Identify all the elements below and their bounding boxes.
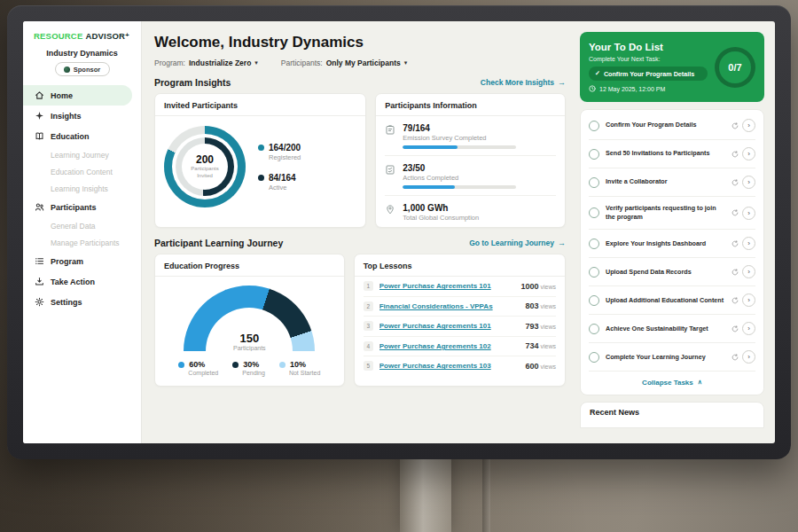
task-label: Send 50 Invitations to Participants <box>606 149 725 158</box>
task-chevron-button[interactable]: › <box>742 176 755 189</box>
program-filter[interactable]: Program: Industrialize Zero ▾ <box>154 59 258 67</box>
lesson-link[interactable]: Power Purchase Agreements 102 <box>379 342 520 350</box>
sidebar-item-participants[interactable]: Participants <box>23 197 141 217</box>
next-task-label: Confirm Your Program Details <box>604 70 694 78</box>
recent-news-title: Recent News <box>590 408 639 417</box>
sidebar-item-education[interactable]: Education <box>23 126 141 146</box>
check-more-insights-link[interactable]: Check More Insights → <box>481 78 566 87</box>
lesson-link[interactable]: Power Purchase Agreements 103 <box>379 362 520 370</box>
gauge-center: 150 Participants <box>184 332 315 351</box>
task-checkbox[interactable] <box>589 295 599 306</box>
task-label: Achieve One Sustainability Target <box>606 325 725 333</box>
task-row-confirm-program[interactable]: Confirm Your Program Details › <box>589 112 755 140</box>
task-row-upload-spend-data[interactable]: Upload Spend Data Records › <box>589 258 755 286</box>
gauge-legend: 60% Completed 30% Pending 10% Not Starte… <box>164 360 335 376</box>
refresh-icon <box>732 325 739 332</box>
task-label: Invite a Collaborator <box>606 177 725 186</box>
task-chevron-button[interactable]: › <box>742 293 755 307</box>
sidebar-item-settings[interactable]: Settings <box>23 292 141 312</box>
task-chevron-button[interactable]: › <box>742 265 755 278</box>
scene-background: RESOURCEADVISOR+ Industry Dynamics Spons… <box>0 0 798 532</box>
task-checkbox[interactable] <box>589 324 599 334</box>
sidebar-item-take-action[interactable]: Take Action <box>23 271 141 292</box>
participants-filter[interactable]: Participants: Only My Participants ▾ <box>281 59 407 67</box>
sidebar-item-general-data[interactable]: General Data <box>23 217 141 234</box>
sidebar-item-insights[interactable]: Insights <box>23 106 141 126</box>
task-chevron-button[interactable]: › <box>742 147 755 160</box>
task-checkbox[interactable] <box>589 267 599 278</box>
task-row-send-invitations[interactable]: Send 50 Invitations to Participants › <box>589 140 755 168</box>
legend-label: Pending <box>242 370 265 376</box>
lesson-link[interactable]: Power Purchase Agreements 101 <box>379 322 520 330</box>
recent-news-card[interactable]: Recent News <box>580 402 764 428</box>
task-checkbox[interactable] <box>589 177 599 188</box>
lesson-views: 793views <box>525 322 556 331</box>
org-name: Industry Dynamics <box>23 49 141 58</box>
sidebar-item-program[interactable]: Program <box>23 251 141 271</box>
task-row-invite-collaborator[interactable]: Invite a Collaborator › <box>589 168 755 197</box>
views-count: 600 <box>525 362 538 371</box>
task-row-verify-participants[interactable]: Verify participants requesting to join t… <box>589 197 755 230</box>
legend-value: 30% <box>243 360 259 369</box>
legend-dot-pending <box>232 362 239 368</box>
main-content: Welcome, Industry Dynamics Program: Indu… <box>142 21 576 443</box>
info-row-consumption: 1,000 GWh Total Global Consumption <box>385 203 556 222</box>
program-insights-cards: Invited Participants 200 Participants In… <box>154 93 566 228</box>
legend-label: Not Started <box>289 370 320 376</box>
collapse-tasks-link[interactable]: Collapse Tasks ∧ <box>589 372 755 392</box>
refresh-icon <box>732 209 739 216</box>
lesson-row: 5 Power Purchase Agreements 103 600views <box>364 356 556 376</box>
lesson-link[interactable]: Power Purchase Agreements 101 <box>379 282 515 290</box>
education-gauge-chart: 150 Participants <box>184 286 315 351</box>
sidebar-nav: Home Insights Education Learn <box>23 85 141 312</box>
next-task-chip[interactable]: ✓ Confirm Your Program Details <box>589 66 708 81</box>
task-row-upload-educational-content[interactable]: Upload Additional Educational Content › <box>589 286 755 315</box>
info-row-actions: 23/50 Actions Completed <box>385 163 556 189</box>
sidebar-item-learning-insights[interactable]: Learning Insights <box>23 180 141 197</box>
task-checkbox[interactable] <box>589 352 599 363</box>
participants-filter-value: Only My Participants <box>326 59 401 67</box>
todo-progress-count: 0/7 <box>719 51 751 83</box>
monitor-bezel: RESOURCEADVISOR+ Industry Dynamics Spons… <box>7 5 791 459</box>
sidebar-subitem-label: General Data <box>51 222 96 231</box>
sidebar-item-home[interactable]: Home <box>23 85 132 106</box>
learning-journey-cards: Education Progress 150 Participants <box>154 254 566 387</box>
lesson-rank: 3 <box>364 321 373 331</box>
task-chevron-button[interactable]: › <box>742 119 755 132</box>
task-row-explore-insights[interactable]: Explore Your Insights Dashboard › <box>589 230 755 258</box>
education-icon <box>34 131 44 141</box>
info-value: 1,000 GWh <box>403 203 479 213</box>
participants-icon <box>34 202 44 212</box>
divider <box>385 155 556 156</box>
task-chevron-button[interactable]: › <box>742 350 755 364</box>
task-row-achieve-sustainability-target[interactable]: Achieve One Sustainability Target › <box>589 315 755 343</box>
logo-plus: + <box>125 31 129 39</box>
task-checkbox[interactable] <box>589 149 599 160</box>
sidebar-item-education-content[interactable]: Education Content <box>23 163 141 180</box>
task-checkbox[interactable] <box>589 207 599 218</box>
task-label: Upload Spend Data Records <box>606 268 725 277</box>
card-title: Top Lessons <box>364 262 556 270</box>
task-row-complete-learning-journey[interactable]: Complete Your Learning Journey › <box>589 343 755 372</box>
sidebar-item-manage-participants[interactable]: Manage Participants <box>23 234 141 251</box>
todo-subtitle: Complete Your Next Task: <box>589 56 708 62</box>
lesson-link[interactable]: Financial Considerations - VPPAs <box>379 302 520 310</box>
task-checkbox[interactable] <box>589 121 599 131</box>
sponsor-badge[interactable]: Sponsor <box>55 62 110 76</box>
todo-tasks-card: Confirm Your Program Details › Send 50 I… <box>580 109 764 395</box>
monitor-stand <box>400 450 451 532</box>
task-label: Explore Your Insights Dashboard <box>606 239 725 248</box>
views-count: 1000 <box>520 282 538 291</box>
invited-donut-chart: 200 Participants Invited <box>164 126 246 207</box>
sidebar-item-learning-journey[interactable]: Learning Journey <box>23 146 141 163</box>
chevron-right-icon: › <box>747 268 750 276</box>
donut-center: 200 Participants Invited <box>182 144 228 190</box>
refresh-icon <box>732 297 739 304</box>
views-suffix: views <box>540 284 556 290</box>
task-checkbox[interactable] <box>589 239 599 249</box>
info-row-survey: 79/164 Emission Survey Completed <box>385 123 556 149</box>
go-to-learning-journey-link[interactable]: Go to Learning Journey → <box>469 239 566 247</box>
task-chevron-button[interactable]: › <box>742 207 755 220</box>
task-chevron-button[interactable]: › <box>742 322 755 335</box>
task-chevron-button[interactable]: › <box>742 237 755 250</box>
